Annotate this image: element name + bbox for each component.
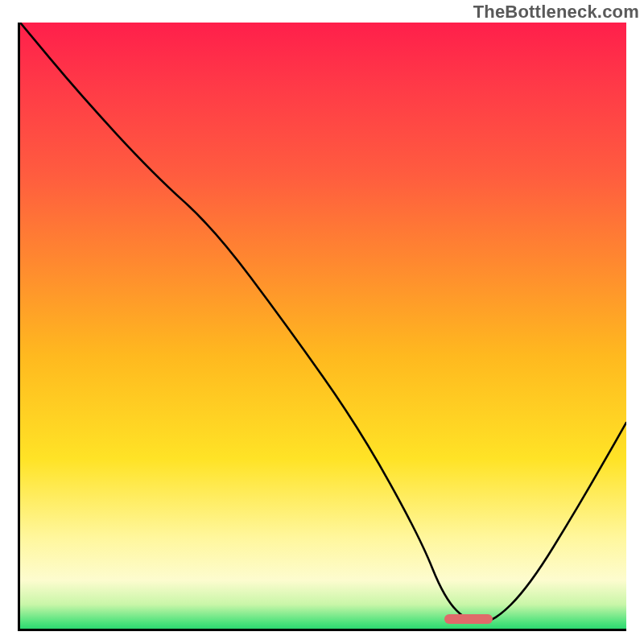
watermark-text: TheBottleneck.com [473,2,639,23]
bottleneck-curve [20,23,626,629]
optimal-range-marker [444,614,493,624]
page-root: TheBottleneck.com [0,0,644,644]
curve-path [20,23,626,623]
chart-area [18,23,626,631]
